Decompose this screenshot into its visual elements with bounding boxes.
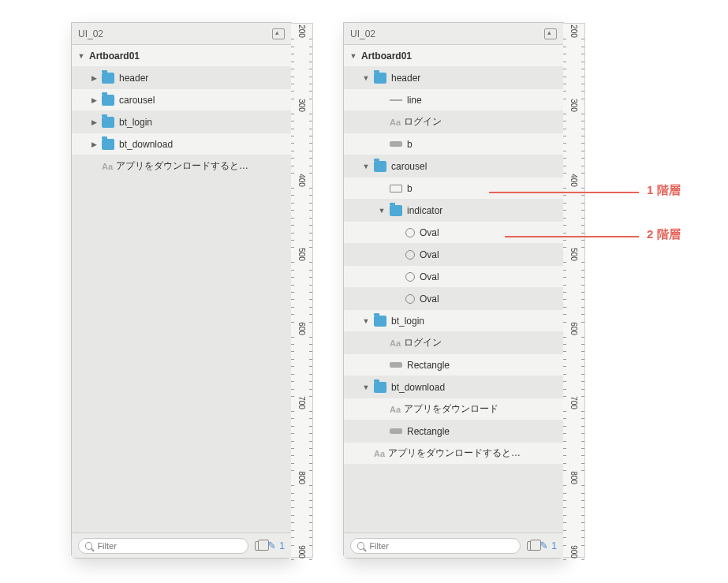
layer-label: b <box>407 139 413 150</box>
footer-count: 1 <box>279 540 285 551</box>
page-header[interactable]: UI_02 <box>344 23 563 45</box>
chevron-down-icon[interactable] <box>361 316 371 325</box>
panel-footer: 1 <box>344 533 563 558</box>
artboard-row[interactable]: Artboard01 <box>72 45 291 67</box>
layer-label: carousel <box>391 161 427 172</box>
layer-label: bt_login <box>119 117 152 128</box>
rect-icon <box>390 141 402 147</box>
chevron-down-icon[interactable] <box>377 206 386 215</box>
layer-row-bt-login[interactable]: bt_login <box>72 111 291 133</box>
filter-search-box[interactable] <box>350 538 521 554</box>
layer-label: carousel <box>119 95 155 106</box>
layer-row-shape[interactable]: Rectangle <box>344 420 563 443</box>
text-icon: Aa <box>374 449 388 458</box>
layer-row-text[interactable]: Aa ログイン <box>344 111 563 133</box>
folder-icon <box>102 117 114 128</box>
page-title: UI_02 <box>350 28 544 39</box>
vertical-ruler: 200300400500600700800900 <box>563 23 585 558</box>
layer-label: Oval <box>420 227 439 238</box>
layer-label: アプリをダウンロードすると… <box>116 159 248 173</box>
page-header[interactable]: UI_02 <box>72 23 291 45</box>
page-title: UI_02 <box>78 28 272 39</box>
layer-row-oval[interactable]: Oval <box>344 244 563 266</box>
footer-count: 1 <box>551 540 557 551</box>
chevron-right-icon[interactable] <box>89 118 99 126</box>
layer-row-oval[interactable]: Oval <box>344 222 563 244</box>
search-icon <box>85 542 92 550</box>
layer-row-bt-download[interactable]: bt_download <box>344 376 563 398</box>
filter-input[interactable] <box>97 541 241 551</box>
layer-row-line[interactable]: line <box>344 89 563 111</box>
layer-panel-expanded: 200300400500600700800900 UI_02 Artboard0… <box>343 22 564 559</box>
layer-label: bt_download <box>119 139 173 150</box>
layer-row-bt-login[interactable]: bt_login <box>344 310 563 332</box>
chevron-right-icon[interactable] <box>89 73 99 82</box>
layer-label: bt_login <box>391 316 424 327</box>
oval-icon <box>405 228 415 237</box>
layer-label: Oval <box>420 293 439 305</box>
layer-row-bt-download[interactable]: bt_download <box>72 133 291 155</box>
layer-row-carousel[interactable]: carousel <box>72 89 291 111</box>
layer-panel-collapsed: 200300400500600700800900 UI_02 Artboard0… <box>71 22 292 559</box>
layer-row-oval[interactable]: Oval <box>344 288 563 310</box>
chevron-right-icon[interactable] <box>89 140 99 148</box>
layer-row-oval[interactable]: Oval <box>344 266 563 288</box>
layer-label: アプリをダウンロード <box>404 402 498 416</box>
annotation-level-2: 2 階層 <box>647 227 681 242</box>
layer-label: indicator <box>407 205 442 216</box>
duplicate-icon[interactable] <box>255 541 264 551</box>
layer-row-indicator[interactable]: indicator <box>344 200 563 222</box>
folder-icon <box>374 382 386 393</box>
layer-row-shape[interactable]: b <box>344 178 563 200</box>
layer-list: Artboard01 header carousel bt_login bt_d… <box>72 45 291 533</box>
duplicate-icon[interactable] <box>527 541 536 551</box>
pages-dropdown-icon[interactable] <box>272 28 285 39</box>
filter-input[interactable] <box>369 541 513 551</box>
pages-dropdown-icon[interactable] <box>544 28 557 39</box>
text-icon: Aa <box>390 118 404 127</box>
text-icon: Aa <box>102 162 116 171</box>
oval-icon <box>405 294 415 304</box>
chevron-down-icon[interactable] <box>77 51 86 60</box>
chevron-right-icon[interactable] <box>89 95 99 104</box>
layer-row-text[interactable]: Aa アプリをダウンロードすると… <box>344 443 563 465</box>
layer-row-shape[interactable]: Rectangle <box>344 354 563 376</box>
layer-row-header[interactable]: header <box>344 67 563 89</box>
annotation-line-2 <box>505 236 639 237</box>
search-icon <box>357 542 364 550</box>
chevron-down-icon[interactable] <box>349 51 358 60</box>
layer-label: Rectangle <box>407 426 450 437</box>
oval-icon <box>405 250 415 260</box>
rect-icon <box>390 428 402 434</box>
folder-icon <box>374 316 386 327</box>
layer-label: line <box>407 95 422 106</box>
folder-icon <box>374 73 386 84</box>
layer-row-text[interactable]: Aa アプリをダウンロード <box>344 398 563 420</box>
panel-footer: 1 <box>72 533 291 558</box>
layer-label: Oval <box>420 271 439 282</box>
layer-row-text[interactable]: Aa アプリをダウンロードすると… <box>72 155 291 178</box>
annotation-level-1: 1 階層 <box>647 183 681 198</box>
rect-icon <box>390 362 402 368</box>
rect-outline-icon <box>390 185 402 192</box>
artboard-row[interactable]: Artboard01 <box>344 45 563 67</box>
layer-label: Oval <box>420 249 439 260</box>
filter-search-box[interactable] <box>78 538 248 554</box>
chevron-down-icon[interactable] <box>361 73 371 82</box>
layer-label: header <box>119 73 148 84</box>
chevron-down-icon[interactable] <box>361 383 371 391</box>
layer-row-header[interactable]: header <box>72 67 291 89</box>
artboard-label: Artboard01 <box>89 50 140 62</box>
vertical-ruler: 200300400500600700800900 <box>291 23 313 558</box>
folder-icon <box>102 73 114 84</box>
layer-label: ログイン <box>404 336 442 349</box>
text-icon: Aa <box>390 405 404 414</box>
folder-icon <box>390 205 402 216</box>
layer-row-shape[interactable]: b <box>344 133 563 155</box>
chevron-down-icon[interactable] <box>361 162 371 170</box>
folder-icon <box>102 95 114 106</box>
layer-label: bt_download <box>391 382 445 393</box>
layer-row-text[interactable]: Aa ログイン <box>344 332 563 354</box>
layer-row-carousel[interactable]: carousel <box>344 155 563 178</box>
footer-icons: 1 <box>527 540 557 551</box>
